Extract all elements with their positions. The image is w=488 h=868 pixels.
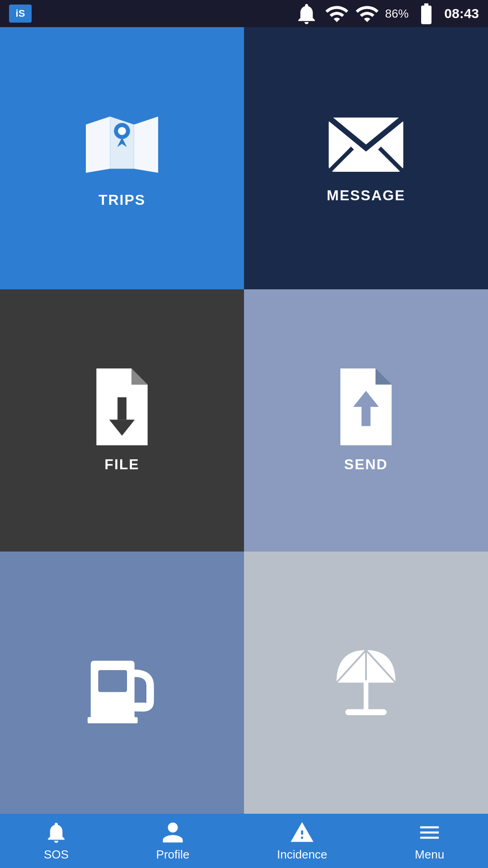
fuel-icon xyxy=(81,642,163,723)
nav-menu[interactable]: Menu xyxy=(415,820,444,862)
svg-rect-10 xyxy=(133,703,147,711)
status-right: 86% 08:43 xyxy=(294,1,479,26)
battery-level: 86% xyxy=(385,7,408,21)
fuel-cell[interactable] xyxy=(0,552,244,814)
incidence-label: Incidence xyxy=(277,848,327,862)
person-icon xyxy=(160,820,185,845)
send-label: SEND xyxy=(344,456,388,473)
status-left: iS xyxy=(9,5,32,23)
main-grid: TRIPS MESSAGE FILE xyxy=(0,27,488,814)
battery-icon xyxy=(414,1,439,26)
message-label: MESSAGE xyxy=(327,187,405,204)
nav-sos[interactable]: SOS xyxy=(44,820,69,862)
message-icon-container xyxy=(325,113,407,176)
trips-icon xyxy=(81,108,163,181)
nav-incidence[interactable]: Incidence xyxy=(277,820,327,862)
file-upload-icon xyxy=(332,368,400,445)
file-cell[interactable]: FILE xyxy=(0,289,244,552)
sos-label: SOS xyxy=(44,848,69,862)
profile-label: Profile xyxy=(156,848,190,862)
app-logo: iS xyxy=(9,5,32,23)
trips-label: TRIPS xyxy=(99,192,145,208)
svg-rect-9 xyxy=(88,717,138,723)
hamburger-icon xyxy=(417,820,442,845)
vacation-cell[interactable] xyxy=(244,552,488,814)
wifi-icon xyxy=(324,1,349,26)
alarm-icon xyxy=(294,1,319,26)
svg-rect-8 xyxy=(98,670,127,692)
file-label: FILE xyxy=(104,456,139,473)
file-download-icon xyxy=(88,368,156,445)
svg-rect-3 xyxy=(117,397,127,420)
bell-icon xyxy=(44,820,69,845)
warning-icon xyxy=(290,820,314,845)
message-cell[interactable]: MESSAGE xyxy=(244,27,488,289)
status-bar: iS 86% 08:43 xyxy=(0,0,488,27)
trips-cell[interactable]: TRIPS xyxy=(0,27,244,289)
bottom-nav: SOS Profile Incidence Menu xyxy=(0,814,488,868)
status-time: 08:43 xyxy=(444,6,479,21)
menu-label: Menu xyxy=(415,848,444,862)
send-cell[interactable]: SEND xyxy=(244,289,488,552)
signal-icon xyxy=(355,1,380,26)
svg-rect-5 xyxy=(361,403,371,426)
vacation-icon xyxy=(328,644,404,721)
svg-point-1 xyxy=(118,127,126,135)
nav-profile[interactable]: Profile xyxy=(156,820,190,862)
